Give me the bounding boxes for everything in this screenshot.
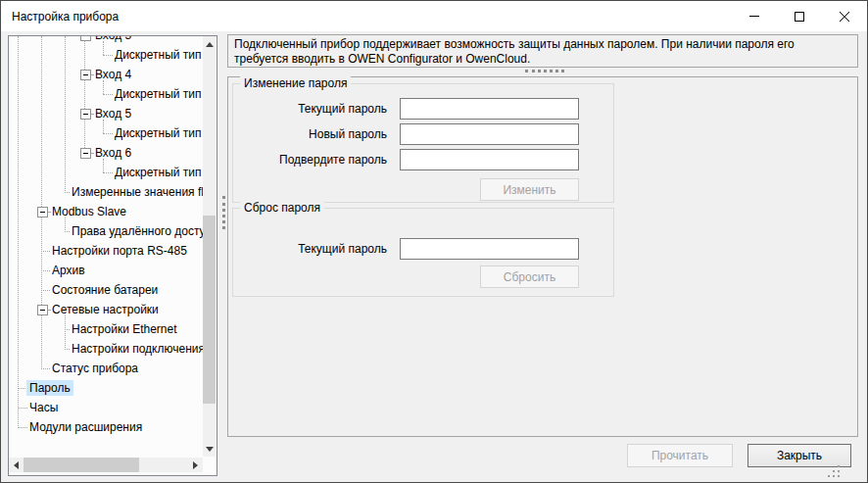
- scroll-down-button[interactable]: [203, 441, 216, 457]
- tree-item[interactable]: Часы: [26, 400, 61, 415]
- read-button[interactable]: Прочитать: [627, 444, 733, 467]
- tree-item[interactable]: Дискретный тип: [112, 165, 203, 180]
- tree-item[interactable]: Вход 5: [92, 106, 134, 121]
- reset-password-group-title: Сброс пароля: [240, 201, 324, 215]
- close-button[interactable]: [822, 1, 867, 31]
- device-tree-panel: Вход 3Дискретный типВход 4Дискретный тип…: [8, 35, 217, 476]
- tree-item[interactable]: Настройки подключения к: [69, 341, 203, 357]
- tree-guide-line: [65, 36, 66, 193]
- current-password-label: Текущий пароль: [233, 98, 387, 120]
- new-password-input[interactable]: [400, 123, 579, 145]
- tree-item[interactable]: Статус прибора: [49, 361, 141, 376]
- scroll-left-button[interactable]: [9, 458, 24, 472]
- reset-password-button[interactable]: Сбросить: [480, 266, 579, 288]
- collapse-minus-icon[interactable]: [80, 70, 91, 80]
- tree-item[interactable]: Дискретный тип: [112, 47, 203, 63]
- collapse-minus-icon[interactable]: [80, 36, 91, 41]
- scroll-right-button[interactable]: [188, 458, 203, 472]
- password-settings-panel: Изменение пароля Текущий пароль Новый па…: [227, 76, 858, 437]
- resize-grip[interactable]: [828, 465, 842, 479]
- current-password-input[interactable]: [400, 98, 579, 120]
- tree-item[interactable]: Модули расширения: [26, 419, 145, 435]
- close-icon: [839, 11, 850, 23]
- change-password-button[interactable]: Изменить: [480, 178, 579, 201]
- collapse-minus-icon[interactable]: [80, 148, 91, 159]
- arrow-up-icon: [206, 42, 214, 47]
- confirm-password-input[interactable]: [400, 149, 579, 170]
- tree-item[interactable]: Состояние батареи: [49, 282, 161, 298]
- confirm-password-label: Подвердите пароль: [233, 149, 387, 170]
- maximize-icon: [795, 12, 804, 22]
- close-dialog-button[interactable]: Закрыть: [747, 444, 851, 467]
- device-settings-window: Настройка прибора Вход 3Дискретный типВх…: [0, 0, 868, 483]
- new-password-label: Новый пароль: [233, 123, 387, 145]
- reset-current-password-label: Текущий пароль: [233, 238, 387, 260]
- window-title: Настройка прибора: [1, 10, 119, 24]
- arrow-left-icon: [14, 461, 19, 469]
- minimize-button[interactable]: [732, 1, 777, 31]
- tree-connector: [103, 41, 104, 55]
- tree-connector: [103, 159, 104, 172]
- tree-item[interactable]: Настройки порта RS-485: [49, 243, 190, 259]
- horizontal-splitter-grip[interactable]: [525, 70, 564, 72]
- tree-horizontal-scrollbar[interactable]: [9, 458, 203, 472]
- arrow-right-icon: [193, 461, 198, 469]
- change-password-group-title: Изменение пароля: [240, 76, 351, 90]
- reset-current-password-input[interactable]: [400, 238, 579, 260]
- collapse-minus-icon[interactable]: [80, 109, 91, 120]
- collapse-minus-icon[interactable]: [37, 207, 48, 217]
- tree-guide-line: [65, 217, 66, 232]
- change-password-group: Изменение пароля Текущий пароль Новый па…: [232, 83, 614, 203]
- tree-item[interactable]: Настройки Ethernet: [69, 321, 180, 337]
- vertical-splitter-grip[interactable]: [222, 196, 225, 229]
- tree-guide-line: [65, 315, 66, 350]
- tree-item[interactable]: Измеренные значения floa: [69, 184, 203, 200]
- tree-item[interactable]: Права удалённого доступа: [69, 223, 203, 239]
- tree-connector: [103, 80, 104, 94]
- vertical-scroll-thumb[interactable]: [203, 216, 216, 404]
- tree-guide-line: [84, 36, 85, 154]
- horizontal-scroll-thumb[interactable]: [24, 458, 139, 472]
- tree-item[interactable]: Дискретный тип: [112, 86, 203, 102]
- tree-item[interactable]: Вход 3: [92, 36, 134, 43]
- maximize-button[interactable]: [777, 1, 822, 31]
- tree-item[interactable]: Вход 4: [92, 67, 134, 82]
- tree-item[interactable]: Modbus Slave: [49, 204, 129, 219]
- tree-item[interactable]: Сетевые настройки: [49, 302, 162, 317]
- collapse-minus-icon[interactable]: [37, 305, 48, 315]
- tree-guide-line: [41, 36, 42, 369]
- tree-connector: [103, 120, 104, 133]
- password-description: Подключенный прибор поддерживает возможн…: [227, 34, 858, 68]
- tree-item[interactable]: Вход 6: [92, 145, 134, 161]
- tree-vertical-scrollbar[interactable]: [203, 36, 216, 457]
- titlebar[interactable]: Настройка прибора: [1, 1, 867, 31]
- tree-item[interactable]: Дискретный тип: [112, 125, 203, 141]
- tree-item-selected[interactable]: Пароль: [26, 380, 73, 396]
- tree-guide-line: [18, 36, 19, 428]
- tree-viewport: Вход 3Дискретный типВход 4Дискретный тип…: [9, 36, 203, 457]
- scroll-up-button[interactable]: [203, 36, 216, 52]
- tree-item[interactable]: Архив: [49, 263, 88, 278]
- reset-password-group: Сброс пароля Текущий пароль Сбросить: [232, 208, 614, 297]
- arrow-down-icon: [206, 447, 214, 452]
- minimize-icon: [749, 16, 759, 17]
